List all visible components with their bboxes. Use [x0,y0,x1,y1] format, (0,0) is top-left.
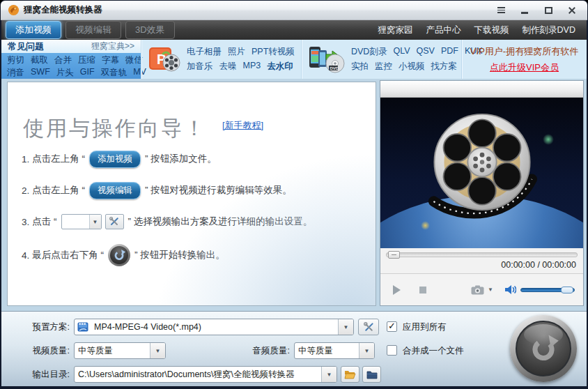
merge-checkbox[interactable] [387,345,397,356]
faq-link[interactable]: 消音 [7,67,24,79]
promo-link[interactable]: 实拍 [351,61,369,73]
chevron-down-icon[interactable]: ▼ [338,319,353,335]
chevron-down-icon[interactable]: ▼ [321,367,336,382]
step-text: 点击左上角 “ [32,153,85,165]
video-quality-value: 中等质量 [75,345,150,357]
preset-dropdown[interactable]: MP4-MPEG-4 Video(*.mp4) ▼ [74,319,354,335]
promo-link[interactable]: 去噪 [219,61,237,73]
step-text: 点击左上角 “ [32,184,85,197]
tab-add-video[interactable]: 添加视频 [6,21,61,39]
faq-link[interactable]: GIF [80,67,95,79]
promo-link[interactable]: 加音乐 [187,61,213,73]
faq-link[interactable]: 片头 [56,67,74,79]
apply-all-checkbox[interactable]: ✓ [387,321,397,332]
faq-link[interactable]: 双音轨 [101,67,127,79]
faq-link[interactable]: 压缩 [78,54,95,66]
volume-slider[interactable] [520,288,575,292]
video-quality-dropdown[interactable]: 中等质量 ▼ [74,342,166,359]
promo-link[interactable]: 小视频 [399,61,425,73]
step-number: 2. [22,185,29,196]
output-path-dropdown[interactable]: C:\Users\administrator\Documents\狸窝\全能视频… [74,366,337,383]
convert-button[interactable] [510,315,577,382]
promo-link[interactable]: PDF [441,46,458,58]
seek-area: 00:00:00 / 00:00:00 [380,248,583,273]
faq-link[interactable]: 截取 [31,54,48,66]
step-text: ” 按钮对视频进行裁剪编辑等效果。 [145,184,292,197]
seek-thumb[interactable] [388,251,400,259]
vip-upgrade-link[interactable]: 点此升级VIP会员 [490,61,559,74]
settings-demo-button[interactable] [105,214,124,229]
window-menu-button[interactable] [494,5,508,16]
promo-link[interactable]: DVD刻录 [351,46,387,58]
guide-step-4: 4. 最后点击右下角 “ ” 按钮开始转换输出。 [22,244,366,266]
audio-quality-value: 中等质量 [295,345,359,357]
faq-link[interactable]: 合并 [54,54,72,66]
preset-label: 预置方案: [7,319,70,335]
device-dvd-icon: DVD [309,45,345,74]
settings-panel: 预置方案: MP4-MPEG-4 Video(*.mp4) ▼ ✓ 应用到所有 [1,311,587,386]
browse-folder-button[interactable] [362,366,381,383]
vip-section: VIP用户-拥有狸窝所有软件 点此升级VIP会员 [461,40,587,79]
preview-panel: 00:00:00 / 00:00:00 ▼ [380,80,584,306]
promo-link[interactable]: 电子相册 [187,46,222,58]
film-reel-icon [417,102,548,233]
window-title: 狸窝全能视频转换器 [24,4,494,16]
maximize-button[interactable] [541,5,555,16]
audio-quality-label: 音频质量: [231,342,290,359]
step-text: 最后点击右下角 “ [32,249,104,261]
merge-label[interactable]: 合并成一个文件 [403,342,464,359]
tab-video-edit: 视频编辑 [65,21,121,39]
faq-link[interactable]: SWF [31,67,50,79]
menu-item-download[interactable]: 下载视频 [474,24,509,36]
minimize-icon [521,12,528,14]
video-quality-label: 视频质量: [7,342,70,359]
convert-demo-button[interactable] [108,244,130,266]
promo-link-watermark[interactable]: 去水印 [267,61,293,73]
promo-link[interactable]: QLV [393,46,410,58]
promo-link[interactable]: MP3 [243,61,261,73]
promo-section-ppt: P 电子相册 照片 PPT转视频 加音乐 去噪 [141,40,301,79]
video-preview [380,98,583,248]
promo-link[interactable]: 照片 [228,46,245,58]
chevron-down-icon[interactable]: ▼ [150,343,165,358]
preset-demo-dropdown[interactable]: ▼ [61,214,102,229]
close-button[interactable] [565,5,579,16]
faq-link[interactable]: 剪切 [7,54,24,66]
faq-links-row2: 消音 SWF 片头 GIF 双音轨 MV [7,67,135,79]
stop-button[interactable] [419,287,426,293]
menu-item-burn-dvd[interactable]: 制作刻录DVD [523,24,575,36]
promo-link[interactable]: 找方案 [431,61,458,73]
volume-thumb[interactable] [561,287,573,293]
minimize-button[interactable] [518,5,532,16]
preset-settings-button[interactable] [358,319,379,335]
menu-item-products[interactable]: 产品中心 [426,24,461,36]
open-folder-icon [344,369,356,379]
guide-step-2: 2. 点击左上角 “ 视频编辑 ” 按钮对视频进行裁剪编辑等效果。 [22,181,366,199]
promo-link[interactable]: QSV [417,46,435,58]
promo-link[interactable]: PPT转视频 [252,46,295,58]
title-bar: 狸窝全能视频转换器 [1,1,587,20]
promo-strip: 常见问题 狸窝宝典>> 剪切 截取 合并 压缩 字幕 微信 消音 SWF 片头 … [1,40,587,79]
faq-more-link[interactable]: 狸窝宝典>> [91,40,134,52]
audio-quality-dropdown[interactable]: 中等质量 ▼ [294,342,375,359]
camera-icon [471,285,484,295]
speaker-icon[interactable] [504,284,516,295]
apply-all-label[interactable]: 应用到所有 [403,319,447,335]
add-video-demo-button[interactable]: 添加视频 [89,151,141,168]
faq-link[interactable]: 字幕 [102,54,119,66]
tutorial-link[interactable]: [新手教程] [222,119,263,132]
chevron-down-icon[interactable]: ▼ [359,343,374,358]
volume-control [504,284,575,295]
seek-bar[interactable] [386,252,578,257]
open-folder-button[interactable] [341,366,359,383]
video-edit-demo-button[interactable]: 视频编辑 [89,182,141,199]
step-number: 1. [22,154,29,165]
step-number: 3. [22,217,29,227]
guide-step-3: 3. 点击 “ ▼ ” 选择视频输出方案及进行详细的输出设置。 [22,213,366,231]
promo-link[interactable]: 监控 [375,61,392,73]
snapshot-button[interactable]: ▼ [471,285,493,295]
play-button[interactable] [393,285,401,295]
menu-item-home[interactable]: 狸窝家园 [378,24,413,36]
chevron-down-icon: ▼ [89,215,101,229]
faq-links-row1: 剪切 截取 合并 压缩 字幕 微信 [7,54,135,66]
